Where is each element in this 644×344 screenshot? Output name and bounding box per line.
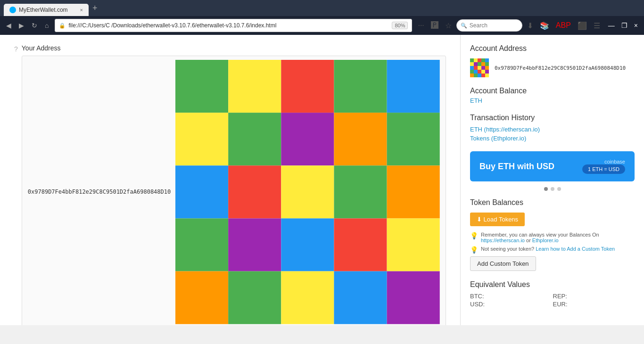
banner-dots [470, 187, 635, 191]
etherscan-balance-link[interactable]: https://etherscan.io [481, 238, 525, 243]
download-manager-btn[interactable]: ⬇ [525, 20, 535, 31]
address-avatar [175, 60, 440, 324]
bookmark-btn[interactable]: ☆ [443, 20, 454, 31]
svg-rect-131 [470, 70, 474, 74]
banner-dot-1[interactable] [544, 187, 548, 191]
svg-rect-4 [387, 60, 440, 113]
toolbar-right: ··· 🅿 ☆ 🔍 ⬇ 📚 ABP ⬛ ☰ [416, 19, 602, 32]
ethplorer-balance-link[interactable]: Ethplorer.io [532, 238, 559, 243]
address-bar[interactable]: 🔒 file:///C:/Users/C /Downloads/etherwal… [55, 19, 412, 32]
etherscan-link[interactable]: ETH (https://etherscan.io) [470, 126, 635, 133]
pocket-btn[interactable]: 🅿 [429, 20, 440, 31]
svg-rect-8 [334, 113, 387, 165]
svg-rect-12 [281, 165, 334, 218]
buy-eth-banner[interactable]: Buy ETH with USD coinbase 1 ETH = USD [470, 151, 635, 181]
address-help-icon[interactable]: ? [14, 45, 18, 53]
home-button[interactable]: ⌂ [42, 21, 51, 30]
more-btn[interactable]: ··· [416, 20, 426, 31]
new-tab-button[interactable]: + [89, 3, 101, 13]
zoom-level[interactable]: 80% [392, 22, 408, 29]
sync-btn[interactable]: ⬛ [576, 20, 589, 31]
svg-rect-140 [485, 74, 489, 77]
equiv-values-title: Equivalent Values [470, 280, 635, 289]
custom-token-link[interactable]: Learn how to Add a Custom Token [536, 246, 615, 252]
svg-rect-119 [481, 58, 485, 62]
buy-eth-label: Buy ETH with USD [479, 162, 554, 172]
svg-rect-11 [228, 165, 281, 218]
buy-eth-content: Buy ETH with USD [479, 162, 554, 172]
svg-rect-10 [175, 165, 228, 218]
reload-button[interactable]: ↻ [29, 21, 40, 30]
account-avatar-row: 0x9789D7Fe4bbF812e29C8C9501D2faA6980848D… [470, 58, 635, 77]
banner-dot-3[interactable] [557, 187, 561, 191]
sidebar-balance-section: Account Balance ETH [470, 87, 635, 104]
svg-rect-129 [481, 66, 485, 70]
svg-rect-139 [481, 74, 485, 77]
equiv-grid: BTC: REP: USD: EUR: [470, 293, 635, 308]
active-tab[interactable]: MyEtherWallet.com × [4, 4, 89, 16]
svg-rect-9 [387, 113, 440, 165]
menu-btn[interactable]: ☰ [592, 20, 602, 31]
search-box[interactable]: 🔍 [456, 19, 522, 32]
rep-label: REP: [553, 293, 635, 300]
svg-rect-133 [478, 70, 481, 74]
svg-rect-128 [478, 66, 481, 70]
svg-rect-24 [387, 271, 440, 324]
svg-rect-120 [485, 58, 489, 62]
tab-title: MyEtherWallet.com [19, 7, 68, 13]
tab-bar: MyEtherWallet.com × + [0, 0, 644, 16]
minimize-button[interactable]: — [606, 21, 617, 30]
svg-rect-3 [334, 60, 387, 113]
main-layout: ? Your Address 0x9789D7Fe4bbF812e29C8C95… [0, 35, 644, 325]
window-close-button[interactable]: × [632, 21, 640, 30]
add-custom-token-button[interactable]: Add Custom Token [470, 256, 536, 271]
token-info-2: 💡 Not seeing your token? Learn how to Ad… [470, 246, 635, 254]
your-address-label: Your Address [22, 44, 446, 52]
svg-rect-13 [334, 165, 387, 218]
svg-rect-23 [334, 271, 387, 324]
lightbulb-icon-1: 💡 [470, 232, 478, 239]
sidebar-account-title: Account Address [470, 44, 635, 53]
usd-label: USD: [470, 301, 552, 308]
address-value: 0x9789D7Fe4bbF812e29C8C9501D2faA6980848D… [28, 188, 171, 195]
svg-rect-1 [228, 60, 281, 113]
svg-rect-126 [470, 66, 474, 70]
eth-balance-value: ETH [470, 97, 482, 104]
svg-rect-20 [175, 271, 228, 324]
svg-rect-138 [478, 74, 481, 77]
svg-rect-124 [481, 62, 485, 66]
library-btn[interactable]: 📚 [538, 20, 551, 31]
lock-icon: 🔒 [59, 23, 66, 29]
svg-rect-6 [228, 113, 281, 165]
svg-rect-122 [474, 62, 478, 66]
svg-rect-7 [281, 113, 334, 165]
svg-rect-5 [175, 113, 228, 165]
svg-rect-16 [228, 218, 281, 271]
eur-label: EUR: [553, 301, 635, 308]
svg-rect-127 [474, 66, 478, 70]
adblock-btn[interactable]: ABP [554, 20, 573, 31]
svg-rect-125 [485, 62, 489, 66]
your-address-section: ? Your Address 0x9789D7Fe4bbF812e29C8C95… [14, 44, 446, 325]
tab-close-btn[interactable]: × [80, 7, 83, 13]
forward-button[interactable]: ▶ [17, 21, 26, 30]
svg-rect-132 [474, 70, 478, 74]
sidebar-avatar [470, 58, 489, 77]
browser-nav-controls: ◀ ▶ ↻ ⌂ [4, 21, 51, 30]
coinbase-section: coinbase 1 ETH = USD [582, 159, 625, 174]
token-info-text-1: Remember, you can always view your Balan… [481, 232, 635, 243]
maximize-button[interactable]: ❐ [619, 21, 630, 30]
svg-rect-135 [485, 70, 489, 74]
svg-rect-136 [470, 74, 474, 77]
banner-dot-2[interactable] [551, 187, 554, 191]
svg-rect-22 [281, 271, 334, 324]
load-tokens-button[interactable]: ⬇ Load Tokens [470, 213, 525, 226]
search-input[interactable] [470, 22, 517, 29]
ethplorer-link[interactable]: Tokens (Ethplorer.io) [470, 135, 635, 142]
sidebar-tx-section: Transaction History ETH (https://ethersc… [470, 114, 635, 142]
svg-rect-19 [387, 218, 440, 271]
svg-rect-2 [281, 60, 334, 113]
sidebar-account-address: 0x9789D7Fe4bbF812e29C8C9501D2faA6980848D… [495, 65, 626, 71]
address-content: Your Address 0x9789D7Fe4bbF812e29C8C9501… [22, 44, 446, 325]
back-button[interactable]: ◀ [4, 21, 14, 30]
